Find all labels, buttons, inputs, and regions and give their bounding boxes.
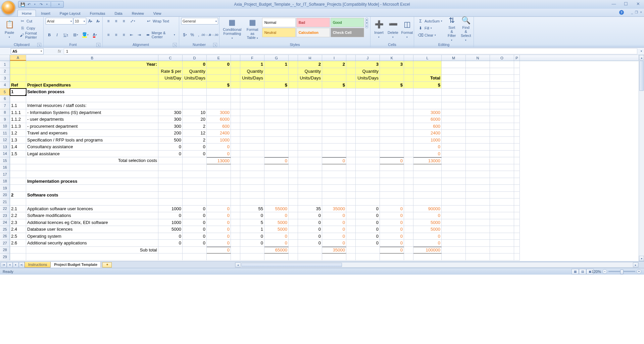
cell[interactable]: Quantity bbox=[240, 68, 264, 75]
cell[interactable] bbox=[298, 123, 322, 130]
cell[interactable] bbox=[442, 185, 466, 192]
cell[interactable] bbox=[322, 96, 346, 103]
cell[interactable] bbox=[10, 185, 26, 192]
cell[interactable] bbox=[514, 192, 520, 199]
zoom-in-button[interactable]: + bbox=[637, 269, 641, 274]
cell[interactable] bbox=[514, 206, 520, 213]
cell[interactable]: 0 bbox=[322, 226, 346, 233]
cell[interactable] bbox=[231, 212, 240, 219]
cell[interactable] bbox=[404, 96, 413, 103]
cell[interactable] bbox=[514, 137, 520, 144]
cell[interactable] bbox=[240, 171, 264, 178]
cell[interactable] bbox=[289, 102, 298, 109]
cell[interactable]: 0 bbox=[207, 247, 231, 254]
align-top-button[interactable]: ≡ bbox=[105, 18, 112, 24]
cell[interactable] bbox=[207, 102, 231, 109]
tab-data[interactable]: Data bbox=[110, 10, 127, 16]
align-left-button[interactable]: ≡ bbox=[105, 32, 112, 38]
col-header-F[interactable]: F bbox=[240, 55, 264, 61]
cell[interactable]: $ bbox=[207, 82, 231, 89]
cell[interactable]: 2400 bbox=[207, 130, 231, 137]
cell[interactable] bbox=[289, 253, 298, 261]
style-neutral[interactable]: Neutral bbox=[262, 28, 296, 37]
wrap-text-button[interactable]: ↩Wrap Text bbox=[144, 18, 177, 24]
cell[interactable] bbox=[10, 253, 26, 261]
cell[interactable] bbox=[466, 157, 490, 164]
cell[interactable] bbox=[514, 109, 520, 116]
cell[interactable] bbox=[207, 75, 231, 82]
cell[interactable] bbox=[514, 75, 520, 82]
cell[interactable] bbox=[413, 192, 442, 199]
cell[interactable] bbox=[466, 198, 490, 206]
cell[interactable] bbox=[442, 151, 466, 158]
col-header-C[interactable]: C bbox=[158, 55, 183, 61]
cell[interactable] bbox=[346, 61, 356, 68]
cell[interactable] bbox=[346, 123, 356, 130]
cell[interactable]: 0 bbox=[183, 240, 207, 247]
cell[interactable]: 55 bbox=[240, 206, 264, 213]
cell[interactable] bbox=[231, 116, 240, 123]
cell[interactable]: 0 bbox=[183, 219, 207, 226]
cell[interactable]: 0 bbox=[298, 219, 322, 226]
cell[interactable]: 0 bbox=[183, 151, 207, 158]
cell[interactable] bbox=[466, 144, 490, 151]
cell[interactable] bbox=[240, 116, 264, 123]
cell[interactable] bbox=[514, 130, 520, 137]
cell[interactable] bbox=[289, 192, 298, 199]
cell[interactable] bbox=[207, 89, 231, 96]
cell[interactable]: Project Expenditures bbox=[26, 82, 158, 89]
cell[interactable] bbox=[514, 247, 520, 254]
cell[interactable] bbox=[466, 219, 490, 226]
cell[interactable] bbox=[264, 89, 289, 96]
cell[interactable] bbox=[240, 164, 264, 171]
cell[interactable] bbox=[380, 130, 404, 137]
insert-cells-button[interactable]: ➕Insert▾ bbox=[373, 18, 385, 40]
cell[interactable]: Application software user licences bbox=[26, 206, 158, 213]
cell[interactable] bbox=[231, 219, 240, 226]
cell[interactable]: 2.1 bbox=[10, 206, 26, 213]
cell[interactable] bbox=[404, 212, 413, 219]
sort-filter-button[interactable]: ⇅Sort & Filter ▾ bbox=[445, 18, 458, 40]
row-header[interactable]: 9 bbox=[0, 116, 10, 123]
row-header[interactable]: 17 bbox=[0, 171, 10, 178]
cell[interactable] bbox=[289, 96, 298, 103]
cell[interactable] bbox=[322, 109, 346, 116]
cell[interactable] bbox=[298, 192, 322, 199]
cell[interactable] bbox=[289, 198, 298, 206]
horizontal-scrollbar[interactable]: ◂ ▸ bbox=[235, 262, 639, 268]
cell[interactable]: 0 bbox=[298, 240, 322, 247]
cell[interactable] bbox=[442, 233, 466, 240]
cell[interactable]: Units/Days bbox=[298, 75, 322, 82]
cell[interactable] bbox=[240, 89, 264, 96]
cell[interactable] bbox=[380, 171, 404, 178]
cell[interactable] bbox=[289, 178, 298, 185]
tab-view[interactable]: View bbox=[149, 10, 166, 16]
col-header-spacer[interactable] bbox=[346, 55, 356, 61]
cell[interactable]: 12 bbox=[183, 130, 207, 137]
col-header-K[interactable]: K bbox=[380, 55, 404, 61]
cell[interactable] bbox=[240, 253, 264, 261]
cell[interactable] bbox=[490, 164, 514, 171]
cell[interactable] bbox=[183, 253, 207, 261]
cell[interactable]: Software costs bbox=[26, 192, 158, 199]
col-header-J[interactable]: J bbox=[356, 55, 380, 61]
cell[interactable] bbox=[289, 233, 298, 240]
tab-formulas[interactable]: Formulas bbox=[86, 10, 110, 16]
cell[interactable] bbox=[466, 247, 490, 254]
cell[interactable]: - Information Systems (IS) department bbox=[26, 109, 158, 116]
cell[interactable]: 1000 bbox=[158, 206, 183, 213]
cell[interactable]: 0 bbox=[322, 233, 346, 240]
cell[interactable] bbox=[322, 144, 346, 151]
cell[interactable] bbox=[413, 185, 442, 192]
cell[interactable]: 0 bbox=[264, 157, 289, 164]
sheet-prev-icon[interactable]: ◂ bbox=[7, 262, 13, 268]
cell[interactable] bbox=[298, 137, 322, 144]
cell[interactable]: 3 bbox=[380, 61, 404, 68]
cell[interactable] bbox=[404, 185, 413, 192]
cell[interactable] bbox=[240, 247, 264, 254]
cell[interactable] bbox=[466, 96, 490, 103]
cell[interactable]: Units/Days bbox=[240, 75, 264, 82]
cell[interactable] bbox=[404, 144, 413, 151]
decrease-indent-button[interactable]: ⇤ bbox=[128, 32, 135, 38]
cell[interactable] bbox=[183, 171, 207, 178]
